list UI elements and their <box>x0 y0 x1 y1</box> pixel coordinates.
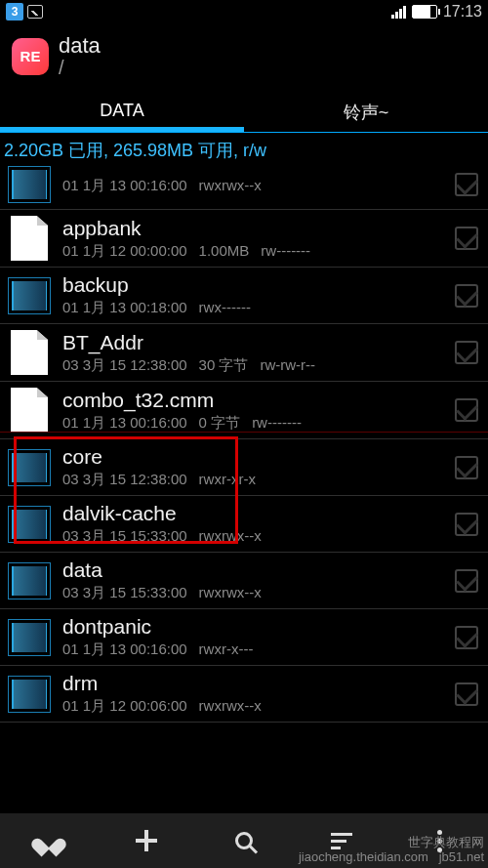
header-title: data <box>59 33 101 59</box>
tab-ringtones[interactable]: 铃声~ <box>244 91 488 132</box>
notification-count-badge: 3 <box>6 3 23 21</box>
sort-icon <box>331 833 352 849</box>
item-meta: 01 1月 13 00:16:000 字节rw------- <box>62 414 443 433</box>
item-name: combo_t32.cmm <box>62 389 443 412</box>
list-item[interactable]: combo_t32.cmm01 1月 13 00:16:000 字节rw----… <box>0 382 488 439</box>
file-icon <box>11 330 48 375</box>
item-meta: 01 1月 12 00:06:00rwxrwx--x <box>62 697 443 716</box>
item-checkbox[interactable] <box>455 513 478 536</box>
item-checkbox[interactable] <box>455 682 478 706</box>
list-item[interactable]: dalvik-cache03 3月 15 15:33:00rwxrwx--x <box>0 496 488 553</box>
file-icon <box>11 216 48 261</box>
list-item[interactable]: 01 1月 13 00:16:00rwxrwx--x <box>0 166 488 210</box>
sort-button[interactable] <box>293 813 390 868</box>
item-checkbox[interactable] <box>455 398 478 422</box>
item-checkbox[interactable] <box>455 569 478 593</box>
item-meta: 01 1月 13 00:16:00rwxr-x--- <box>62 641 443 659</box>
list-item[interactable]: appbank01 1月 12 00:00:001.00MBrw------- <box>0 210 488 268</box>
folder-icon <box>8 506 51 543</box>
item-checkbox[interactable] <box>455 626 478 649</box>
folder-icon <box>8 166 51 203</box>
search-icon <box>235 832 253 849</box>
item-name: appbank <box>62 217 443 240</box>
item-name: BT_Addr <box>62 331 443 354</box>
folder-icon <box>8 449 51 486</box>
list-item[interactable]: backup01 1月 13 00:18:00rwx------ <box>0 268 488 324</box>
item-name: data <box>62 558 443 582</box>
file-icon <box>11 388 48 433</box>
item-checkbox[interactable] <box>455 341 478 364</box>
item-meta: 03 3月 15 12:38:0030 字节rw-rw-r-- <box>62 356 443 375</box>
add-button[interactable] <box>98 813 195 868</box>
item-name: core <box>62 445 443 469</box>
item-name: dontpanic <box>62 615 443 639</box>
plus-icon <box>136 830 157 851</box>
item-name: backup <box>62 273 443 297</box>
item-meta: 01 1月 13 00:18:00rwx------ <box>62 299 443 317</box>
folder-icon <box>8 676 51 713</box>
folder-icon <box>8 562 51 599</box>
item-checkbox[interactable] <box>455 173 478 196</box>
app-icon: RE <box>12 38 49 75</box>
item-meta: 01 1月 12 00:00:001.00MBrw------- <box>62 242 443 261</box>
item-meta: 03 3月 15 12:38:00rwxr-xr-x <box>62 471 443 489</box>
clock: 17:13 <box>443 3 482 21</box>
item-meta: 03 3月 15 15:33:00rwxrwx--x <box>62 527 443 546</box>
menu-icon <box>437 830 442 852</box>
header-path: / <box>59 57 101 79</box>
tab-bar: DATA 铃声~ <box>0 91 488 133</box>
item-checkbox[interactable] <box>455 456 478 479</box>
item-meta: 01 1月 13 00:16:00rwxrwx--x <box>62 177 443 195</box>
item-checkbox[interactable] <box>455 227 478 250</box>
list-item[interactable]: BT_Addr03 3月 15 12:38:0030 字节rw-rw-r-- <box>0 324 488 382</box>
favorites-button[interactable] <box>0 813 98 868</box>
item-name: dalvik-cache <box>62 502 443 525</box>
search-button[interactable] <box>195 813 293 868</box>
file-list: 01 1月 13 00:16:00rwxrwx--xappbank01 1月 1… <box>0 166 488 789</box>
list-item[interactable]: data03 3月 15 15:33:00rwxrwx--x <box>0 553 488 609</box>
bottom-toolbar <box>0 813 488 868</box>
item-meta: 03 3月 15 15:33:00rwxrwx--x <box>62 584 443 602</box>
folder-icon <box>8 277 51 314</box>
list-item[interactable]: core03 3月 15 12:38:00rwxr-xr-x <box>0 439 488 496</box>
folder-icon <box>8 619 51 656</box>
gallery-notification-icon <box>27 5 43 19</box>
tab-data[interactable]: DATA <box>0 91 244 132</box>
signal-icon <box>391 6 406 19</box>
item-name: drm <box>62 672 443 695</box>
list-item[interactable]: drm01 1月 12 00:06:00rwxrwx--x <box>0 666 488 723</box>
battery-icon <box>412 5 437 19</box>
heart-icon <box>38 831 60 850</box>
item-checkbox[interactable] <box>455 284 478 308</box>
status-bar: 3 17:13 <box>0 0 488 23</box>
menu-button[interactable] <box>390 813 488 868</box>
list-item[interactable]: dontpanic01 1月 13 00:16:00rwxr-x--- <box>0 609 488 666</box>
app-header[interactable]: RE data / <box>0 23 488 91</box>
storage-summary: 2.20GB 已用, 265.98MB 可用, r/w <box>0 133 488 166</box>
